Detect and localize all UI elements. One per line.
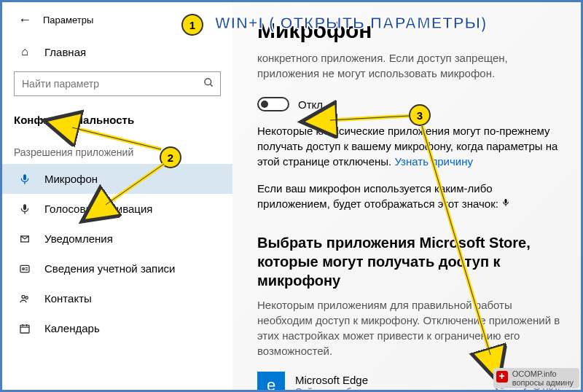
microphone-icon (18, 173, 31, 185)
window-title: Параметры (43, 15, 93, 26)
voice-activation-icon (18, 203, 31, 215)
classic-apps-note: Некоторые классические приложения могут … (257, 123, 560, 169)
sidebar-item-account-info[interactable]: Сведения учетной записи (2, 254, 232, 283)
search-icon[interactable] (203, 77, 214, 90)
sidebar-item-label: Уведомления (44, 232, 113, 245)
back-icon[interactable]: ← (18, 12, 31, 28)
learn-more-link[interactable]: Узнать причину (394, 155, 473, 168)
sidebar-item-contacts[interactable]: Контакты (2, 283, 232, 313)
svg-point-8 (23, 267, 25, 270)
svg-point-10 (26, 297, 28, 299)
store-apps-heading: Выбрать приложения Microsoft Store, кото… (257, 233, 560, 290)
microphone-indicator-icon (501, 196, 510, 211)
sidebar-item-label: Голосовая активация (44, 203, 152, 215)
toggle-state-label: Откл. (298, 98, 326, 111)
sidebar-item-label: Сведения учетной записи (44, 262, 176, 275)
nav-home[interactable]: ⌂ Главная (2, 38, 232, 66)
svg-rect-4 (23, 204, 26, 210)
svg-rect-2 (23, 174, 26, 180)
microphone-master-toggle[interactable] (257, 97, 289, 111)
sidebar-item-label: Контакты (44, 292, 92, 305)
sidebar-item-label: Календарь (44, 322, 100, 334)
title-bar: ← Параметры (2, 8, 232, 38)
page-description: конкретного приложения. Если доступ запр… (257, 50, 560, 81)
app-toggle-state-label: Откл. (533, 380, 560, 391)
search-box[interactable] (14, 71, 221, 96)
app-name: Microsoft Edge (295, 374, 485, 386)
nav-home-label: Главная (44, 46, 86, 58)
search-input[interactable] (22, 78, 203, 90)
sidebar-item-notifications[interactable]: Уведомления (2, 224, 232, 254)
svg-point-0 (205, 79, 211, 85)
app-permissions-label: Разрешения приложений (2, 133, 232, 164)
notifications-icon (18, 233, 31, 245)
app-subtext: Сайтам требуется разрешение (295, 386, 485, 390)
page-title: Микрофон (257, 18, 560, 43)
svg-point-9 (22, 295, 25, 298)
svg-line-1 (210, 84, 212, 86)
contacts-icon (18, 293, 31, 305)
sidebar-item-label: Микрофон (44, 173, 98, 185)
sidebar-item-voice-activation[interactable]: Голосовая активация (2, 194, 232, 224)
mic-in-use-note: Если ваш микрофон используется каким-либ… (257, 181, 560, 211)
sidebar-item-calendar[interactable]: Календарь (2, 313, 232, 343)
edge-app-icon: e (257, 372, 285, 390)
content-area: Микрофон конкретного приложения. Если до… (232, 2, 581, 390)
svg-rect-11 (20, 325, 29, 333)
calendar-icon (18, 323, 31, 334)
section-privacy-label: Конфиденциальность (2, 105, 232, 133)
sidebar: ← Параметры ⌂ Главная Конфиденциальность… (2, 2, 232, 390)
app-row-edge: e Microsoft Edge Сайтам требуется разреш… (257, 372, 560, 390)
app-edge-toggle[interactable] (495, 378, 527, 390)
store-apps-description: Некоторым приложениям для правильной раб… (257, 297, 560, 358)
home-icon: ⌂ (18, 45, 31, 58)
sidebar-item-microphone[interactable]: Микрофон (2, 164, 232, 194)
account-info-icon (18, 263, 31, 275)
svg-rect-15 (505, 199, 507, 203)
